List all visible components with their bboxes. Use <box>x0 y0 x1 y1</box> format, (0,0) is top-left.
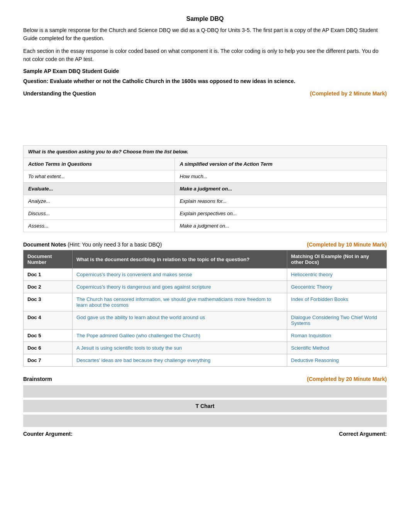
action-simplified-1: How much... <box>175 170 387 183</box>
action-row-3: Analyze... Explain reasons for... <box>24 195 387 207</box>
action-table-intro: What is the question asking you to do? C… <box>24 146 387 158</box>
doc-oi-2: Geocentric Theory <box>287 281 386 293</box>
brainstorm-header: Brainstorm (Completed by 20 Minute Mark) <box>23 376 387 382</box>
doc-num-2: Doc 2 <box>24 281 73 293</box>
doc-row-1: Doc 1 Copernicus's theory is convenient … <box>24 269 387 281</box>
action-row-1: To what extent... How much... <box>24 170 387 183</box>
action-col2-header: A simplified version of the Action Term <box>175 158 387 170</box>
doc-notes-header: Document Notes (Hint: You only need 3 fo… <box>23 241 387 248</box>
doc-num-3: Doc 3 <box>24 293 73 311</box>
action-table-intro-row: What is the question asking you to do? C… <box>24 146 387 158</box>
intro-paragraph-2: Each section in the essay response is co… <box>23 47 387 63</box>
action-term-4: Discuss... <box>24 207 175 220</box>
doc-table-header-row: Document Number What is the document des… <box>24 250 387 269</box>
doc-col2-header: What is the document describing in relat… <box>72 250 287 269</box>
action-term-2: Evaluate... <box>24 183 175 195</box>
doc-oi-7: Deductive Reasoning <box>287 354 386 367</box>
doc-row-5: Doc 5 The Pope admired Galileo (who chal… <box>24 330 387 342</box>
doc-row-7: Doc 7 Descartes' ideas are bad because t… <box>24 354 387 367</box>
doc-desc-4: God gave us the ability to learn about t… <box>72 311 287 330</box>
counter-correct-row: Counter Argument: Correct Argument: <box>23 431 387 437</box>
doc-desc-6: A Jesuit is using scientific tools to st… <box>72 342 287 354</box>
doc-desc-3: The Church has censored information, we … <box>72 293 287 311</box>
action-row-5: Assess... Make a judgment on... <box>24 220 387 232</box>
action-simplified-5: Make a judgment on... <box>175 220 387 232</box>
doc-row-3: Doc 3 The Church has censored informatio… <box>24 293 387 311</box>
doc-notes-header-left: Document Notes (Hint: You only need 3 fo… <box>23 241 162 248</box>
doc-oi-6: Scientific Method <box>287 342 386 354</box>
doc-col3-header: Matching OI Example (Not in any other Do… <box>287 250 386 269</box>
correct-label: Correct Argument: <box>339 431 387 437</box>
doc-row-4: Doc 4 God gave us the ability to learn a… <box>24 311 387 330</box>
intro-paragraph-1: Below is a sample response for the Churc… <box>23 26 387 42</box>
understanding-completed: (Completed by 2 Minute Mark) <box>310 90 387 97</box>
doc-oi-3: Index of Forbidden Books <box>287 293 386 311</box>
counter-label: Counter Argument: <box>23 431 73 437</box>
tchart-label: T Chart <box>196 403 215 409</box>
action-row-2: Evaluate... Make a judgment on... <box>24 183 387 195</box>
brainstorm-gray-row-2 <box>23 415 387 427</box>
doc-oi-4: Dialogue Considering Two Chief World Sys… <box>287 311 386 330</box>
page-title: Sample DBQ <box>23 15 387 22</box>
brainstorm-gray-row-1 <box>23 385 387 398</box>
question-body: Evaluate whether or not the Catholic Chu… <box>50 78 295 84</box>
action-terms-table: What is the question asking you to do? C… <box>23 145 387 232</box>
doc-notes-section: Document Notes (Hint: You only need 3 fo… <box>23 241 387 367</box>
action-simplified-2: Make a judgment on... <box>175 183 387 195</box>
action-term-3: Analyze... <box>24 195 175 207</box>
understanding-blank-area <box>23 99 387 145</box>
understanding-label: Understanding the Question <box>23 90 96 97</box>
section1-title: Sample AP Exam DBQ Student Guide <box>23 68 387 74</box>
doc-oi-5: Roman Inquisition <box>287 330 386 342</box>
brainstorm-completed: (Completed by 20 Minute Mark) <box>307 376 387 382</box>
brainstorm-label: Brainstorm <box>23 376 52 382</box>
doc-num-1: Doc 1 <box>24 269 73 281</box>
doc-notes-label: Document Notes <box>23 241 66 248</box>
action-table-header-row: Action Terms in Questions A simplified v… <box>24 158 387 170</box>
doc-desc-7: Descartes' ideas are bad because they ch… <box>72 354 287 367</box>
doc-row-2: Doc 2 Copernicus's theory is dangerous a… <box>24 281 387 293</box>
doc-row-6: Doc 6 A Jesuit is using scientific tools… <box>24 342 387 354</box>
understanding-header: Understanding the Question (Completed by… <box>23 90 387 97</box>
action-simplified-3: Explain reasons for... <box>175 195 387 207</box>
doc-notes-completed: (Completed by 10 Minute Mark) <box>307 241 387 248</box>
doc-col1-header: Document Number <box>24 250 73 269</box>
question-text: Question: Evaluate whether or not the Ca… <box>23 78 387 84</box>
tchart-row: T Chart <box>23 400 387 412</box>
doc-desc-1: Copernicus's theory is convenient and ma… <box>72 269 287 281</box>
question-label: Question: <box>23 78 48 84</box>
doc-oi-1: Heliocentric theory <box>287 269 386 281</box>
doc-num-7: Doc 7 <box>24 354 73 367</box>
doc-notes-hint: (Hint: You only need 3 for a basic DBQ) <box>68 241 162 248</box>
action-row-4: Discuss... Explain perspectives on... <box>24 207 387 220</box>
doc-notes-table: Document Number What is the document des… <box>23 250 387 367</box>
action-term-5: Assess... <box>24 220 175 232</box>
action-col1-header: Action Terms in Questions <box>24 158 175 170</box>
action-simplified-4: Explain perspectives on... <box>175 207 387 220</box>
brainstorm-section: Brainstorm (Completed by 20 Minute Mark)… <box>23 376 387 437</box>
doc-num-6: Doc 6 <box>24 342 73 354</box>
doc-num-4: Doc 4 <box>24 311 73 330</box>
doc-num-5: Doc 5 <box>24 330 73 342</box>
action-term-1: To what extent... <box>24 170 175 183</box>
doc-desc-2: Copernicus's theory is dangerous and goe… <box>72 281 287 293</box>
doc-desc-5: The Pope admired Galileo (who challenged… <box>72 330 287 342</box>
